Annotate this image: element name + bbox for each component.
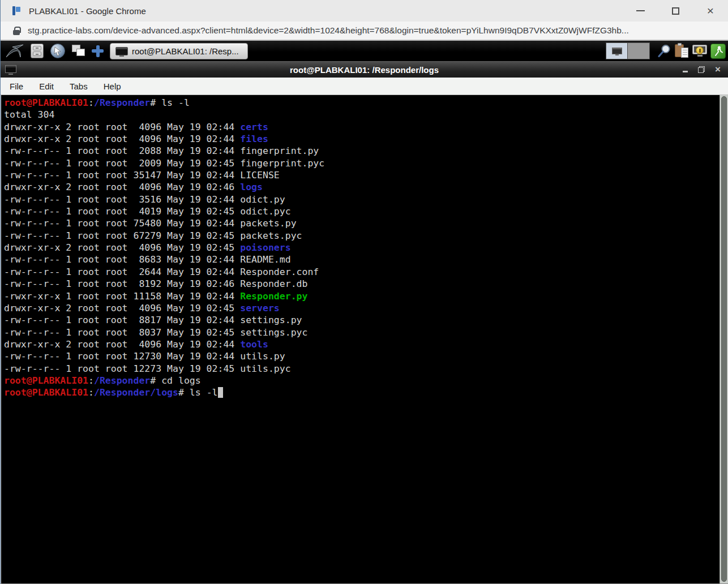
workspace-1-cell[interactable] [606, 43, 628, 59]
front-window-icon [76, 49, 85, 56]
terminal-text-segment: # cd logs [150, 375, 200, 386]
terminal-text-segment: # ls -l [150, 97, 190, 108]
clipboard-clip [678, 43, 682, 46]
drawer-icon [33, 46, 41, 50]
lock-icon[interactable] [13, 27, 20, 35]
terminal-text-segment: : [88, 97, 94, 108]
terminal-text-segment: drwxr-xr-x 2 root root 4096 May 19 02:46 [4, 182, 240, 192]
terminal-text-segment: files [240, 134, 268, 144]
window-title: PLABKALI01 - Google Chrome [29, 6, 146, 16]
terminal-text-segment: logs [240, 182, 263, 192]
terminal-text-segment: /Responder [94, 97, 150, 108]
terminal-line: drwxr-xr-x 2 root root 4096 May 19 02:44… [4, 121, 714, 133]
terminal-menubar: File Edit Tabs Help [1, 78, 728, 95]
terminal-text-segment: -rw-r--r-- 1 root root 8037 May 19 02:45… [4, 327, 307, 338]
minimize-button[interactable] [623, 0, 658, 22]
terminal-output[interactable]: root@PLABKALI01:/Responder# ls -ltotal 3… [1, 95, 728, 399]
menu-item-help[interactable]: Help [98, 79, 127, 93]
terminal-icon [115, 47, 128, 55]
chrome-window-controls: × [623, 0, 728, 22]
terminal-line: drwxr-xr-x 2 root root 4096 May 19 02:44… [4, 338, 714, 350]
terminal-restore-button[interactable] [697, 65, 706, 74]
menu-item-file[interactable]: File [4, 79, 29, 93]
kali-taskbar: root@PLABKALI01: /Resp... [1, 41, 728, 61]
terminal-text-segment: /Responder [94, 375, 150, 386]
chrome-titlebar: PLABKALI01 - Google Chrome × [1, 0, 728, 22]
terminal-text-segment: tools [240, 339, 268, 350]
drawer-icon [33, 51, 41, 56]
magnifier-icon[interactable] [657, 44, 671, 58]
scrollbar-thumb[interactable] [721, 96, 727, 582]
close-button[interactable]: × [693, 0, 728, 22]
chrome-urlbar: stg.practice-labs.com/device-advanced.as… [1, 22, 728, 41]
maximize-icon [672, 7, 679, 15]
terminal-line: -rw-r--r-- 1 root root 2009 May 19 02:45… [4, 157, 714, 169]
logout-icon[interactable] [710, 44, 726, 59]
terminal-line: -rwxr-xr-x 1 root root 11158 May 19 02:4… [4, 290, 714, 302]
menu-item-edit[interactable]: Edit [33, 79, 59, 93]
terminal-line: -rw-r--r-- 1 root root 8683 May 19 02:44… [4, 254, 714, 265]
terminal-line: drwxr-xr-x 2 root root 4096 May 19 02:44… [4, 133, 714, 145]
terminal-text-segment: -rw-r--r-- 1 root root 2009 May 19 02:45… [4, 158, 324, 169]
terminal-text-segment: -rw-r--r-- 1 root root 75480 May 19 02:4… [4, 218, 297, 229]
terminal-cursor [218, 387, 224, 398]
terminal-line: drwxr-xr-x 2 root root 4096 May 19 02:45… [4, 242, 714, 254]
terminal-text-segment: drwxr-xr-x 2 root root 4096 May 19 02:44 [4, 134, 240, 144]
terminal-line: -rw-r--r-- 1 root root 67279 May 19 02:4… [4, 230, 714, 242]
terminal-line: -rw-r--r-- 1 root root 35147 May 19 02:4… [4, 169, 714, 181]
clipboard-icon[interactable] [674, 44, 689, 59]
chrome-window: PLABKALI01 - Google Chrome × stg.practic… [0, 0, 728, 584]
terminal-line: -rw-r--r-- 1 root root 75480 May 19 02:4… [4, 217, 714, 229]
terminal-text-segment: # ls -l [178, 387, 218, 398]
menu-item-tabs[interactable]: Tabs [64, 79, 93, 93]
terminal-line: -rw-r--r-- 1 root root 4019 May 19 02:45… [4, 205, 714, 217]
terminal-text-segment: -rw-r--r-- 1 root root 8683 May 19 02:44… [4, 254, 291, 265]
terminal-text-segment: servers [240, 303, 280, 314]
terminal-line: -rw-r--r-- 1 root root 8817 May 19 02:44… [4, 314, 714, 326]
terminal-line: -rw-r--r-- 1 root root 2088 May 19 02:44… [4, 145, 714, 157]
keyring-icon[interactable] [691, 44, 708, 58]
terminal-text-segment: -rw-r--r-- 1 root root 35147 May 19 02:4… [4, 170, 280, 181]
terminal-text-segment: drwxr-xr-x 2 root root 4096 May 19 02:44 [4, 122, 240, 132]
terminal-text-segment: -rw-r--r-- 1 root root 8192 May 19 02:46… [4, 278, 307, 289]
terminal-line: root@PLABKALI01:/Responder# cd logs [4, 375, 714, 387]
terminal-line: -rw-r--r-- 1 root root 8192 May 19 02:46… [4, 278, 714, 290]
terminal-text-segment: -rw-r--r-- 1 root root 12273 May 19 02:4… [4, 363, 291, 374]
web-browser-icon[interactable] [50, 43, 66, 59]
terminal-text-segment: -rw-r--r-- 1 root root 2088 May 19 02:44… [4, 145, 319, 156]
terminal-text-segment: -rw-r--r-- 1 root root 67279 May 19 02:4… [4, 230, 302, 241]
terminal-text-segment: -rw-r--r-- 1 root root 12730 May 19 02:4… [4, 351, 285, 362]
window-list-icon[interactable] [72, 45, 85, 57]
terminal-text-segment: drwxr-xr-x 2 root root 4096 May 19 02:45 [4, 303, 240, 314]
workspace-2-cell[interactable] [628, 43, 649, 59]
terminal-window-controls: × [680, 62, 722, 78]
terminal-line: root@PLABKALI01:/Responder# ls -l [4, 97, 714, 109]
terminal-line: root@PLABKALI01:/Responder/logs# ls -l [4, 387, 714, 398]
clipboard-paper [681, 48, 688, 58]
minimize-icon [636, 10, 645, 11]
terminal-titlebar[interactable]: root@PLABKALI01: /Responder/logs × [1, 61, 728, 78]
maximize-button[interactable] [658, 0, 693, 22]
taskbar-window-tab[interactable]: root@PLABKALI01: /Resp... [110, 43, 248, 59]
terminal-close-button[interactable]: × [713, 65, 722, 74]
keyring-key [696, 46, 704, 54]
terminal-text-segment: /Responder/logs [94, 387, 178, 398]
kali-logo-icon[interactable] [5, 44, 24, 58]
terminal-line: -rw-r--r-- 1 root root 3516 May 19 02:44… [4, 194, 714, 205]
terminal-text-segment: root@PLABKALI01 [4, 97, 88, 108]
url-text[interactable]: stg.practice-labs.com/device-advanced.as… [28, 25, 629, 36]
terminal-minimize-button[interactable] [680, 65, 690, 74]
terminal-title: root@PLABKALI01: /Responder/logs [290, 65, 439, 75]
terminal-line: -rw-r--r-- 1 root root 12730 May 19 02:4… [4, 350, 714, 362]
terminal-text-segment: root@PLABKALI01 [4, 387, 88, 398]
add-launcher-icon[interactable] [92, 45, 104, 57]
terminal-text-segment: drwxr-xr-x 2 root root 4096 May 19 02:45 [4, 242, 240, 253]
terminal-line: -rw-r--r-- 1 root root 8037 May 19 02:45… [4, 327, 714, 338]
terminal-text-segment: -rw-r--r-- 1 root root 3516 May 19 02:44… [4, 194, 285, 205]
terminal-body: root@PLABKALI01:/Responder# ls -ltotal 3… [1, 95, 728, 584]
monitor-icon [612, 48, 622, 54]
file-manager-icon[interactable] [31, 44, 44, 58]
minimize-icon [683, 71, 688, 72]
workspace-pager [606, 42, 650, 59]
terminal-scrollbar[interactable] [720, 95, 728, 583]
